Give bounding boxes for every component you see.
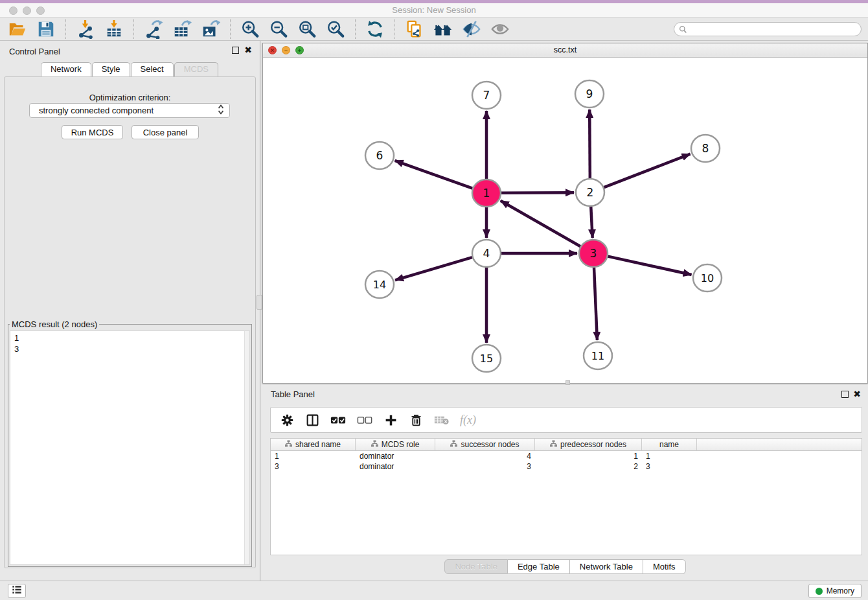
cell[interactable]: 2 (535, 461, 642, 472)
edge-1-2[interactable] (501, 192, 574, 193)
column-header-name[interactable]: name (642, 439, 697, 450)
result-scrollbar[interactable] (244, 331, 249, 564)
table-header-row: shared nameMCDS rolesuccessor nodesprede… (271, 439, 862, 451)
tab-motifs[interactable]: Motifs (643, 559, 686, 574)
export-image-icon[interactable] (200, 19, 222, 40)
show-visibility-icon[interactable] (489, 19, 511, 40)
table-row[interactable]: 1dominator411 (271, 451, 862, 461)
node-4[interactable]: 4 (472, 240, 501, 267)
refresh-layout-icon[interactable] (364, 19, 386, 40)
node-label: 4 (483, 247, 490, 260)
node-label: 2 (587, 186, 594, 199)
cell[interactable]: 4 (435, 451, 535, 461)
node-label: 3 (590, 247, 597, 260)
tab-mcds[interactable]: MCDS (174, 62, 218, 76)
node-2[interactable]: 2 (576, 179, 604, 206)
network-scroll-handle[interactable] (565, 380, 570, 385)
memory-label: Memory (827, 586, 854, 595)
panel-split-handle[interactable] (257, 295, 262, 310)
edge-3-10[interactable] (608, 257, 691, 275)
zoom-selected-icon[interactable] (325, 19, 347, 40)
cell[interactable]: 1 (535, 451, 642, 461)
float-panel-icon[interactable] (232, 47, 239, 54)
cell[interactable]: 3 (271, 461, 356, 472)
add-icon[interactable] (383, 412, 398, 428)
save-session-icon[interactable] (35, 19, 57, 40)
toolbar-buttons (6, 19, 511, 40)
node-10[interactable]: 10 (693, 264, 722, 292)
cell[interactable]: dominator (356, 461, 435, 472)
zoom-out-icon[interactable] (268, 19, 290, 40)
table-row[interactable]: 3dominator323 (271, 461, 862, 472)
node-7[interactable]: 7 (472, 82, 501, 109)
clone-network-icon[interactable] (404, 19, 426, 40)
column-header-predecessor-nodes[interactable]: predecessor nodes (535, 439, 642, 450)
search-input[interactable] (674, 22, 862, 36)
tab-select[interactable]: Select (131, 62, 174, 76)
import-network-icon[interactable] (74, 19, 97, 40)
columns-icon[interactable] (305, 412, 319, 428)
column-header-MCDS-role[interactable]: MCDS role (356, 439, 435, 450)
tab-network[interactable]: Network (41, 62, 91, 76)
node-1[interactable]: 1 (472, 179, 501, 207)
import-table-icon[interactable] (103, 19, 125, 40)
export-network-icon[interactable] (143, 19, 165, 40)
mcds-result-values: 1 3 (10, 331, 249, 356)
search-icon (679, 25, 687, 36)
hide-visibility-icon[interactable] (461, 19, 483, 40)
node-9[interactable]: 9 (575, 80, 604, 108)
delete-table-icon (434, 412, 449, 428)
table-close-icon[interactable]: ✖ (853, 389, 861, 398)
delete-icon[interactable] (409, 412, 423, 428)
cell[interactable]: 3 (435, 461, 535, 472)
cell[interactable]: 1 (642, 451, 697, 461)
tab-network-table[interactable]: Network Table (570, 559, 643, 574)
column-label: MCDS role (382, 440, 420, 449)
node-8[interactable]: 8 (691, 135, 720, 162)
node-15[interactable]: 15 (472, 345, 501, 372)
header-filler (697, 439, 862, 450)
tab-edge-table[interactable]: Edge Table (508, 559, 570, 574)
dropdown-stepper-icon (218, 104, 224, 117)
node-3[interactable]: 3 (579, 240, 608, 267)
cell[interactable]: dominator (356, 451, 435, 461)
deselect-all-icon[interactable] (357, 412, 372, 428)
table-float-icon[interactable] (841, 391, 849, 398)
column-header-shared-name[interactable]: shared name (271, 439, 356, 450)
tab-node-table[interactable]: Node Table (444, 559, 508, 574)
run-mcds-button[interactable]: Run MCDS (62, 125, 123, 139)
settings-gear-icon[interactable] (280, 412, 294, 428)
home-icon[interactable] (432, 19, 454, 40)
application-window: Session: New Session Control Panel ✖ Net… (0, 0, 868, 600)
edge-3-1[interactable] (501, 201, 580, 246)
close-panel-button[interactable]: Close panel (131, 125, 199, 139)
cell[interactable]: 1 (271, 451, 356, 461)
edge-2-3[interactable] (591, 207, 592, 238)
control-panel: Control Panel ✖ NetworkStyleSelectMCDS O… (0, 41, 260, 581)
export-table-icon[interactable] (171, 19, 193, 40)
edge-4-14[interactable] (395, 257, 472, 280)
criterion-dropdown[interactable]: strongly connected component (29, 103, 230, 118)
network-window: ✕ − + scc.txt 7968124314101511 (262, 43, 868, 384)
edge-2-9[interactable] (589, 110, 590, 178)
edge-1-6[interactable] (395, 161, 473, 189)
select-all-icon[interactable] (330, 412, 346, 428)
memory-button[interactable]: Memory (808, 584, 862, 598)
tab-style[interactable]: Style (92, 62, 130, 76)
edge-3-11[interactable] (594, 268, 597, 340)
node-6[interactable]: 6 (365, 142, 394, 169)
open-session-icon[interactable] (6, 19, 29, 40)
zoom-in-icon[interactable] (239, 19, 261, 40)
node-11[interactable]: 11 (584, 342, 612, 369)
column-header-successor-nodes[interactable]: successor nodes (435, 439, 535, 450)
column-label: name (659, 440, 679, 449)
edge-2-8[interactable] (604, 154, 690, 188)
cell[interactable]: 3 (642, 461, 697, 472)
zoom-fit-icon[interactable] (296, 19, 318, 40)
network-canvas[interactable]: 7968124314101511 (263, 58, 867, 383)
node-14[interactable]: 14 (365, 271, 394, 298)
main-toolbar (0, 17, 868, 41)
task-list-button[interactable] (8, 584, 26, 598)
network-titlebar[interactable]: ✕ − + scc.txt (263, 43, 867, 58)
close-panel-icon[interactable]: ✖ (244, 45, 252, 54)
